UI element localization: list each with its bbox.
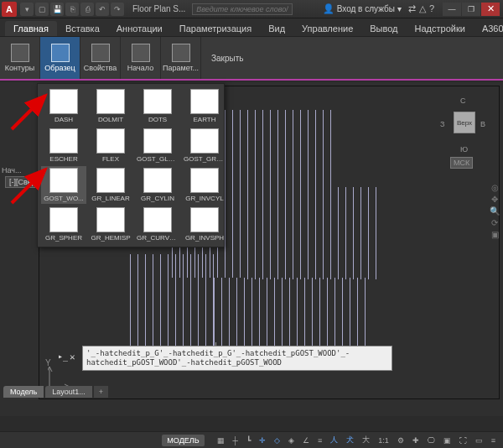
view-cube[interactable]: С Ю З В Верх МСК	[440, 98, 490, 165]
qat-redo-icon[interactable]: ↷	[111, 3, 124, 16]
tab-param[interactable]: Параметризация	[171, 21, 260, 36]
status-person-icon[interactable]: 人	[328, 433, 340, 447]
pattern-thumb-icon	[143, 89, 172, 114]
viewcube-wcs[interactable]: МСК	[450, 157, 473, 169]
layout-tab-model[interactable]: Модель	[3, 386, 44, 398]
file-tab-stub[interactable]: Нач...	[2, 166, 22, 175]
status-custom-icon[interactable]: ≡	[489, 435, 498, 446]
pattern-swatch-dash[interactable]: DASH	[41, 87, 86, 125]
login-label: Вход в службы	[337, 4, 395, 13]
nav-pan-icon[interactable]: ✥	[488, 195, 501, 204]
close-button[interactable]: ✕	[481, 3, 500, 16]
a360-icon[interactable]: △	[419, 3, 426, 14]
pattern-swatch-gr_invcyl[interactable]: GR_INVCYL	[182, 166, 227, 204]
status-polar-icon[interactable]: ✛	[257, 435, 268, 446]
nav-bar: ◎ ✥ 🔍 ⟳ ▣	[488, 183, 501, 239]
status-osnap-icon[interactable]: ◇	[272, 435, 283, 446]
layout-tab-1[interactable]: Layout1...	[45, 386, 92, 398]
viewcube-top[interactable]: Верх	[454, 112, 475, 133]
pattern-swatch-flex[interactable]: FLEX	[88, 127, 133, 164]
tab-insert[interactable]: Вставка	[57, 21, 108, 36]
layout-tab-add[interactable]: +	[94, 386, 108, 398]
status-hw-icon[interactable]: ⛶	[457, 435, 469, 446]
pattern-thumb-icon	[49, 207, 78, 232]
tab-addins[interactable]: Надстройки	[407, 21, 474, 36]
pattern-swatch-gost_glass[interactable]: GOST_GLASS	[135, 127, 180, 164]
status-grid-icon[interactable]: ▦	[215, 435, 227, 446]
status-gear-icon[interactable]: ⚙	[395, 435, 407, 446]
pattern-thumb-icon	[96, 207, 125, 232]
pattern-swatch-gost_gro...[interactable]: GOST_GRO...	[182, 127, 227, 164]
status-clean-icon[interactable]: ▭	[473, 435, 485, 446]
qat-saveas-icon[interactable]: ⎘	[65, 3, 79, 16]
pattern-swatch-gr_curved[interactable]: GR_CURVED	[135, 206, 180, 243]
tab-annotate[interactable]: Аннотации	[108, 21, 171, 36]
title-bar: A ▾ ▢ 💾 ⎘ ⎙ ↶ ↷ Floor Plan S... 👤 Вход в…	[0, 0, 503, 18]
nav-orbit-icon[interactable]: ⟳	[488, 218, 501, 227]
tab-home[interactable]: Главная	[5, 21, 57, 36]
exchange-icon[interactable]: ⇄	[408, 3, 416, 14]
nav-zoom-icon[interactable]: 🔍	[488, 206, 501, 216]
ribbon-pattern-button[interactable]: Образец	[40, 37, 80, 79]
pattern-swatch-gr_invsph[interactable]: GR_INVSPH	[182, 206, 227, 243]
minimize-button[interactable]: —	[443, 3, 461, 16]
viewcube-east[interactable]: В	[480, 120, 485, 128]
ribbon-properties-button[interactable]: Свойства	[80, 37, 121, 79]
pattern-swatch-gr_hemisp[interactable]: GR_HEMISP	[88, 206, 133, 243]
qat-open-icon[interactable]: ▢	[35, 3, 49, 16]
status-scale-label[interactable]: 1:1	[376, 435, 392, 446]
status-lineweight-icon[interactable]: ≡	[315, 435, 324, 446]
viewcube-north[interactable]: С	[460, 96, 466, 105]
search-input[interactable]	[192, 3, 293, 15]
nav-wheel-icon[interactable]: ◎	[488, 183, 501, 192]
pattern-label: GOST_WO...	[43, 195, 85, 202]
status-plus-icon[interactable]: ✚	[410, 435, 422, 446]
status-monitor-icon[interactable]: 🖵	[425, 435, 438, 446]
help-icon[interactable]: ?	[429, 3, 434, 14]
user-icon: 👤	[323, 3, 334, 14]
document-title: Floor Plan S...	[132, 4, 185, 13]
status-person2-icon[interactable]: 犬	[344, 433, 356, 447]
qat-save-icon[interactable]: 💾	[50, 3, 64, 16]
pattern-swatch-gr_linear[interactable]: GR_LINEAR	[88, 166, 133, 204]
ribbon-origin-button[interactable]: Начало	[121, 37, 161, 79]
tab-manage[interactable]: Управление	[293, 21, 361, 36]
status-snap-icon[interactable]: ┼	[231, 435, 241, 446]
command-line[interactable]: ▸_ ✕ '_-hatchedit_p_G'_-hatchedit_p_G'_-…	[82, 346, 392, 371]
pattern-swatch-gr_spher[interactable]: GR_SPHER	[41, 206, 86, 243]
pattern-swatch-gost_wo...[interactable]: GOST_WO...	[41, 166, 86, 204]
qat-print-icon[interactable]: ⎙	[80, 3, 94, 16]
pattern-label: ESCHER	[43, 155, 85, 163]
status-model-button[interactable]: МОДЕЛЬ	[162, 435, 204, 446]
cmd-history-icon[interactable]: ▸_	[58, 352, 68, 362]
qat-undo-icon[interactable]: ↶	[96, 3, 109, 16]
pattern-swatch-earth[interactable]: EARTH	[182, 87, 227, 125]
status-ortho-icon[interactable]: ┗	[244, 435, 253, 446]
ribbon-label: Свойства	[84, 64, 117, 72]
pattern-swatch-dolmit[interactable]: DOLMIT	[88, 87, 133, 125]
tab-view[interactable]: Вид	[260, 21, 293, 36]
status-isolate-icon[interactable]: ▣	[441, 435, 454, 446]
status-person3-icon[interactable]: 大	[360, 433, 372, 447]
app-icon[interactable]: A	[2, 2, 17, 17]
hatch-region[interactable]	[241, 187, 383, 279]
nav-showmotion-icon[interactable]: ▣	[488, 230, 501, 239]
pattern-swatch-dots[interactable]: DOTS	[135, 87, 180, 125]
tab-output[interactable]: Вывод	[361, 21, 406, 36]
chevron-down-icon: ▾	[397, 4, 402, 13]
ribbon-close-button[interactable]: Закрыть	[205, 49, 251, 68]
origin-icon	[132, 44, 150, 62]
viewcube-south[interactable]: Ю	[460, 145, 468, 154]
qat-new-icon[interactable]: ▾	[20, 3, 34, 16]
pattern-swatch-escher[interactable]: ESCHER	[41, 127, 86, 164]
viewcube-west[interactable]: З	[440, 120, 444, 128]
ribbon-options-button[interactable]: Парамет...	[161, 37, 201, 79]
cmd-close-icon[interactable]: ✕	[70, 352, 81, 363]
restore-button[interactable]: ❐	[462, 3, 480, 16]
pattern-swatch-gr_cylin[interactable]: GR_CYLIN	[135, 166, 180, 204]
ribbon-contours-button[interactable]: Контуры	[0, 37, 40, 79]
tab-a360[interactable]: A360	[474, 21, 503, 36]
login-button[interactable]: 👤 Вход в службы ▾	[323, 3, 402, 14]
status-otrack-icon[interactable]: ∠	[300, 435, 312, 446]
status-3dosnap-icon[interactable]: ◈	[286, 435, 297, 446]
